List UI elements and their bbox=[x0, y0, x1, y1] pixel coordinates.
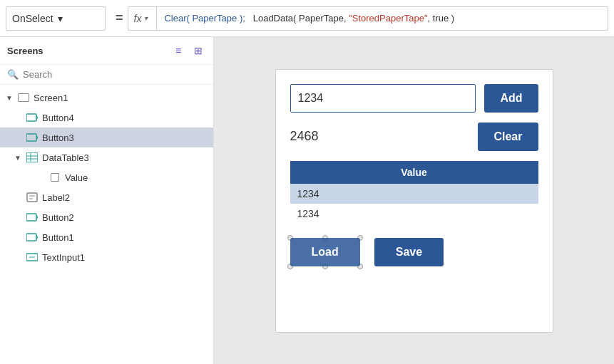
sum-display: 2468 bbox=[290, 129, 319, 144]
label-icon bbox=[26, 191, 39, 204]
search-bar: 🔍 bbox=[0, 65, 213, 85]
sidebar-item-textinput1[interactable]: TextInput1 bbox=[0, 247, 213, 267]
screen-icon bbox=[17, 91, 30, 104]
formula-clear-text: Clear( PaperTape ); bbox=[164, 13, 245, 24]
table-cell: 1234 bbox=[290, 184, 538, 204]
sidebar-item-label: Value bbox=[65, 172, 88, 183]
toggle-icon: ▼ bbox=[6, 94, 17, 102]
event-dropdown[interactable]: OnSelect ▾ bbox=[6, 6, 106, 31]
list-view-icon[interactable]: ≡ bbox=[170, 43, 186, 58]
sidebar-item-label: Button2 bbox=[42, 212, 74, 223]
datatable-icon bbox=[26, 151, 39, 164]
display-row: 2468 Clear bbox=[290, 123, 538, 151]
formula-loaddata-text: LoadData( PaperTape, "StoredPaperTape", … bbox=[253, 13, 454, 24]
sidebar-item-label: Button1 bbox=[42, 232, 74, 243]
textinput-icon bbox=[26, 251, 39, 264]
clear-button[interactable]: Clear bbox=[478, 123, 538, 151]
sidebar-item-label: TextInput1 bbox=[42, 252, 85, 263]
search-input[interactable] bbox=[23, 69, 206, 80]
input-row: Add bbox=[290, 84, 538, 113]
formula-icon: fx ▾ bbox=[128, 7, 158, 30]
svg-rect-0 bbox=[26, 114, 36, 121]
button-icon bbox=[26, 231, 39, 244]
sidebar-item-button2[interactable]: Button2 bbox=[0, 207, 213, 227]
sidebar-item-button4[interactable]: Button4 bbox=[0, 108, 213, 128]
sidebar-item-label: Button4 bbox=[42, 113, 74, 123]
app-preview-card: Add 2468 Clear Value 1234 bbox=[275, 69, 553, 333]
sidebar-item-label: Label2 bbox=[42, 192, 70, 203]
svg-rect-2 bbox=[26, 152, 38, 162]
sidebar-view-icons: ≡ ⊞ bbox=[170, 43, 206, 58]
grid-view-icon[interactable]: ⊞ bbox=[190, 43, 206, 58]
load-button-wrapper: Load bbox=[290, 238, 360, 266]
search-icon: 🔍 bbox=[7, 69, 19, 80]
tree-area: ▼ Screen1 Button4 Button3 bbox=[0, 85, 213, 364]
table-row: 1234 bbox=[290, 184, 538, 204]
sidebar-item-value[interactable]: Value bbox=[0, 167, 213, 187]
sidebar-item-label2[interactable]: Label2 bbox=[0, 187, 213, 207]
load-button[interactable]: Load bbox=[290, 238, 360, 266]
fx-label: fx bbox=[134, 13, 142, 24]
sidebar-header: Screens ≡ ⊞ bbox=[0, 37, 213, 65]
main-area: Screens ≡ ⊞ 🔍 ▼ Screen1 bbox=[0, 37, 614, 364]
svg-rect-10 bbox=[26, 234, 36, 241]
save-button[interactable]: Save bbox=[374, 238, 444, 266]
sidebar-item-screen1[interactable]: ▼ Screen1 bbox=[0, 88, 213, 108]
formula-content: Clear( PaperTape ); LoadData( PaperTape,… bbox=[157, 13, 461, 24]
table-row: 1234 bbox=[290, 204, 538, 224]
toggle-icon: ▼ bbox=[14, 154, 26, 162]
button-icon bbox=[26, 211, 39, 224]
add-button[interactable]: Add bbox=[484, 84, 538, 113]
table-cell: 1234 bbox=[290, 204, 538, 224]
data-table: Value 1234 1234 bbox=[290, 161, 538, 224]
paper-tape-input[interactable] bbox=[290, 84, 476, 113]
sidebar-title: Screens bbox=[7, 46, 44, 56]
chevron-down-icon: ▾ bbox=[58, 13, 99, 24]
toolbar: OnSelect ▾ = fx ▾ Clear( PaperTape ); Lo… bbox=[0, 0, 614, 37]
checkbox-icon bbox=[48, 171, 61, 184]
formula-chevron-icon: ▾ bbox=[141, 14, 150, 22]
svg-rect-9 bbox=[26, 214, 36, 221]
sidebar-item-label: Screen1 bbox=[34, 93, 68, 103]
event-dropdown-label: OnSelect bbox=[12, 13, 53, 24]
canvas-area: Add 2468 Clear Value 1234 bbox=[214, 37, 614, 364]
sidebar-item-button3[interactable]: Button3 bbox=[0, 128, 213, 147]
svg-rect-1 bbox=[26, 134, 36, 141]
bottom-button-row: Load Save bbox=[290, 238, 538, 266]
button-icon bbox=[26, 131, 39, 144]
sidebar-item-label: DataTable3 bbox=[42, 152, 89, 163]
sidebar-item-label: Button3 bbox=[42, 132, 74, 143]
table-header-value: Value bbox=[290, 161, 538, 184]
formula-bar[interactable]: fx ▾ Clear( PaperTape ); LoadData( Paper… bbox=[128, 6, 608, 31]
sidebar: Screens ≡ ⊞ 🔍 ▼ Screen1 bbox=[0, 37, 214, 364]
button-icon bbox=[26, 111, 39, 124]
sidebar-item-button1[interactable]: Button1 bbox=[0, 227, 213, 247]
svg-rect-6 bbox=[27, 193, 37, 202]
equals-symbol: = bbox=[116, 11, 123, 26]
sidebar-item-datatable3[interactable]: ▼ DataTable3 bbox=[0, 147, 213, 167]
